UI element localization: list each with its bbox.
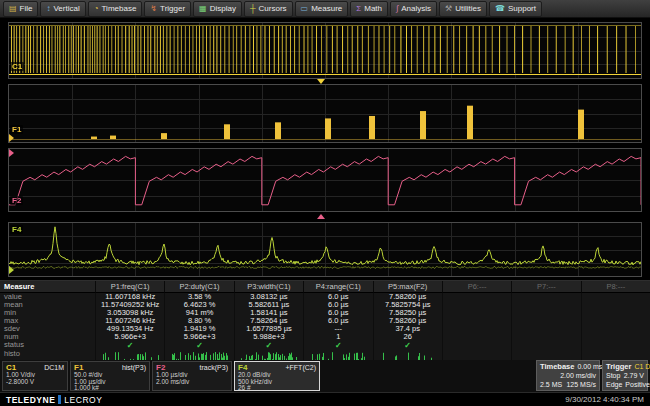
trigger-time-marker-icon[interactable] <box>317 79 325 84</box>
measure-cell <box>581 309 650 317</box>
measure-col-header[interactable]: P2:duty(C1) <box>164 281 233 293</box>
menu-item-label: Measure <box>311 4 342 13</box>
menu-item-utilities[interactable]: ⚒Utilities <box>439 1 487 17</box>
grid-c1[interactable] <box>8 22 642 79</box>
trigger-icon: ↯ <box>150 5 157 13</box>
menu-item-math[interactable]: ΣMath <box>350 1 388 17</box>
measure-cell <box>511 333 580 341</box>
trigger-slope: Positive <box>625 380 650 389</box>
measure-cell: 1.6577895 µs <box>234 325 303 333</box>
status-check-icon: ✓ <box>234 341 303 350</box>
measure-cell: 5.966e+3 <box>164 333 233 341</box>
menu-item-label: Vertical <box>53 4 79 13</box>
descriptor-c1[interactable]: C1DC1M1.00 V/div-2.8000 V <box>2 361 68 391</box>
measure-cell <box>511 301 580 309</box>
measure-cell: 499.13534 Hz <box>95 325 164 333</box>
measure-col-header[interactable]: P8:--- <box>581 281 650 293</box>
channel-label-c1[interactable]: C1 <box>10 62 24 71</box>
measure-cell <box>442 333 511 341</box>
trigger-title: Trigger <box>606 362 631 371</box>
menu-item-support[interactable]: ☎Support <box>489 1 542 17</box>
measure-col-header[interactable]: P1:freq(C1) <box>95 281 164 293</box>
measure-cell: 7.58250 µs <box>373 309 442 317</box>
analysis-icon: ∫ <box>396 5 398 13</box>
measure-cell: 5.582611 µs <box>234 301 303 309</box>
measure-cell: --- <box>303 325 372 333</box>
descriptor-line: 26 # <box>238 385 316 392</box>
bottom-row: Timebase 0.00 ms 2.00 ms/div 2.5 MS 125 … <box>0 360 650 392</box>
f2-level-marker-icon[interactable] <box>9 149 14 157</box>
brand-teledyne: TELEDYNE <box>6 395 55 405</box>
measure-cell <box>511 325 580 333</box>
measure-cell: 1 <box>303 333 372 341</box>
measure-cell <box>442 293 511 301</box>
measure-cell: 5.966e+3 <box>95 333 164 341</box>
status-check-icon <box>442 341 511 350</box>
menu-item-cursors[interactable]: ┼Cursors <box>244 1 293 17</box>
measure-cell <box>511 317 580 325</box>
grid-f2[interactable] <box>8 148 642 212</box>
measure-cell: 11.607168 kHz <box>95 293 164 301</box>
menu-item-display[interactable]: ▦Display <box>193 1 242 17</box>
utilities-icon: ⚒ <box>445 5 452 13</box>
brand-logo: TELEDYNE LECROY <box>6 395 102 405</box>
descriptor-tag: DC1M <box>44 363 64 372</box>
grid-f4[interactable] <box>8 222 642 277</box>
status-check-icon: ✓ <box>164 341 233 350</box>
menu-item-measure[interactable]: ▭Measure <box>295 1 349 17</box>
menu-item-label: Timebase <box>102 4 137 13</box>
measure-cell <box>511 309 580 317</box>
measure-cell: 8.80 % <box>164 317 233 325</box>
status-check-icon <box>581 341 650 350</box>
status-check-icon <box>511 341 580 350</box>
measure-cell: 6.0 µs <box>303 317 372 325</box>
f1-level-marker-icon[interactable] <box>9 134 14 142</box>
measure-cell <box>442 325 511 333</box>
display-icon: ▦ <box>199 5 207 13</box>
menu-item-trigger[interactable]: ↯Trigger <box>144 1 191 17</box>
menu-item-label: Utilities <box>455 4 481 13</box>
measure-cell <box>581 301 650 309</box>
trigger-level: 2.79 V <box>624 371 644 380</box>
f2-time-marker-icon[interactable] <box>317 214 325 219</box>
descriptor-f1[interactable]: F1hist(P3)50.0 #/div1.00 µs/div1.000 k# <box>70 361 150 391</box>
vertical-icon: ↕ <box>46 5 50 13</box>
channel-label-f2[interactable]: F2 <box>10 196 23 205</box>
descriptor-f2[interactable]: F2track(P3)1.00 µs/div2.00 ms/div <box>152 361 232 391</box>
waveform-area[interactable]: C1 F1 F2 F4 <box>0 18 650 280</box>
menu-item-vertical[interactable]: ↕Vertical <box>40 1 85 17</box>
menu-item-analysis[interactable]: ∫Analysis <box>390 1 437 17</box>
status-check-icon: ✓ <box>373 341 442 350</box>
brand-mark-icon <box>58 395 61 404</box>
measure-cell: 6.0 µs <box>303 309 372 317</box>
measure-cell <box>511 293 580 301</box>
menu-item-label: Display <box>210 4 236 13</box>
measure-cell: 941 m% <box>164 309 233 317</box>
descriptor-f4[interactable]: F4+FFT(C2)20.0 dB/div500 kHz/div26 # <box>234 361 320 391</box>
timebase-panel[interactable]: Timebase 0.00 ms 2.00 ms/div 2.5 MS 125 … <box>536 360 600 391</box>
measure-cell: 6.0 µs <box>303 301 372 309</box>
menu-item-label: File <box>20 4 33 13</box>
file-icon: ▤ <box>9 5 17 13</box>
menu-item-file[interactable]: ▤File <box>3 1 38 17</box>
channel-label-f4[interactable]: F4 <box>10 225 23 234</box>
measure-cell: 11.57409252 kHz <box>95 301 164 309</box>
menu-item-timebase[interactable]: ◔Timebase <box>88 1 143 17</box>
timebase-scale: 2.00 ms/div <box>560 371 596 380</box>
channel-label-f1[interactable]: F1 <box>10 125 23 134</box>
measure-cell <box>442 301 511 309</box>
measure-col-header[interactable]: P5:max(F2) <box>373 281 442 293</box>
f4-level-marker-icon[interactable] <box>9 266 14 274</box>
measure-col-header[interactable]: P4:range(C1) <box>303 281 372 293</box>
measure-cell: 3.58 % <box>164 293 233 301</box>
timebase-title: Timebase <box>540 362 574 371</box>
grid-f1[interactable] <box>8 84 642 143</box>
measure-cell: 37.4 ps <box>373 325 442 333</box>
measure-col-header[interactable]: P7:--- <box>511 281 580 293</box>
timebase-rate: 125 MS/s <box>566 380 596 389</box>
measure-col-header[interactable]: P3:width(C1) <box>234 281 303 293</box>
trigger-panel[interactable]: Trigger C1 DC Stop 2.79 V Edge Positive <box>602 360 648 391</box>
measure-col-header[interactable]: P6:--- <box>442 281 511 293</box>
measure-cell <box>581 293 650 301</box>
timebase-icon: ◔ <box>94 5 99 13</box>
